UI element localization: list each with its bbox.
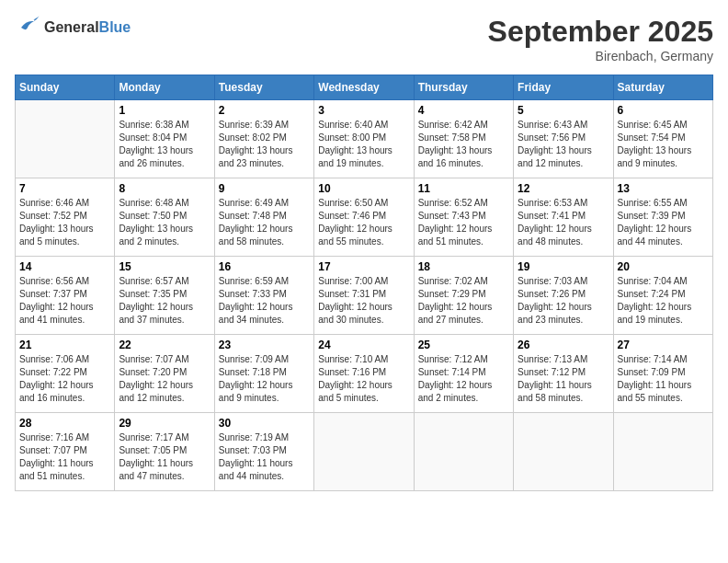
calendar-cell: 16Sunrise: 6:59 AM Sunset: 7:33 PM Dayli… — [214, 257, 313, 335]
day-info: Sunrise: 6:50 AM Sunset: 7:46 PM Dayligh… — [318, 197, 409, 248]
calendar-cell: 10Sunrise: 6:50 AM Sunset: 7:46 PM Dayli… — [314, 178, 414, 257]
calendar-cell: 22Sunrise: 7:07 AM Sunset: 7:20 PM Dayli… — [115, 335, 214, 413]
day-info: Sunrise: 6:49 AM Sunset: 7:48 PM Dayligh… — [219, 197, 310, 248]
day-number: 14 — [19, 260, 110, 273]
calendar-cell: 4Sunrise: 6:42 AM Sunset: 7:58 PM Daylig… — [414, 100, 513, 178]
day-number: 6 — [618, 104, 709, 117]
calendar-cell: 28Sunrise: 7:16 AM Sunset: 7:07 PM Dayli… — [16, 413, 115, 491]
day-info: Sunrise: 6:53 AM Sunset: 7:41 PM Dayligh… — [518, 197, 609, 248]
calendar-cell: 2Sunrise: 6:39 AM Sunset: 8:02 PM Daylig… — [214, 100, 313, 178]
day-info: Sunrise: 7:17 AM Sunset: 7:05 PM Dayligh… — [119, 431, 210, 483]
day-info: Sunrise: 7:09 AM Sunset: 7:18 PM Dayligh… — [219, 353, 310, 405]
day-info: Sunrise: 6:48 AM Sunset: 7:50 PM Dayligh… — [119, 197, 210, 248]
calendar-cell: 11Sunrise: 6:52 AM Sunset: 7:43 PM Dayli… — [414, 178, 513, 257]
calendar-cell: 15Sunrise: 6:57 AM Sunset: 7:35 PM Dayli… — [115, 257, 214, 335]
day-number: 12 — [518, 182, 609, 195]
calendar-cell: 20Sunrise: 7:04 AM Sunset: 7:24 PM Dayli… — [613, 257, 712, 335]
calendar-cell: 13Sunrise: 6:55 AM Sunset: 7:39 PM Dayli… — [613, 178, 712, 257]
calendar-cell — [414, 413, 513, 491]
day-number: 24 — [318, 339, 409, 351]
month-title: September 2025 — [488, 15, 713, 49]
day-info: Sunrise: 7:13 AM Sunset: 7:12 PM Dayligh… — [518, 353, 609, 405]
calendar-cell: 27Sunrise: 7:14 AM Sunset: 7:09 PM Dayli… — [613, 335, 712, 413]
day-info: Sunrise: 7:14 AM Sunset: 7:09 PM Dayligh… — [618, 353, 709, 405]
day-number: 25 — [418, 339, 509, 351]
day-number: 21 — [19, 339, 110, 351]
day-info: Sunrise: 7:16 AM Sunset: 7:07 PM Dayligh… — [19, 431, 110, 483]
calendar-cell: 19Sunrise: 7:03 AM Sunset: 7:26 PM Dayli… — [514, 257, 613, 335]
calendar-table: SundayMondayTuesdayWednesdayThursdayFrid… — [15, 75, 713, 491]
day-info: Sunrise: 6:46 AM Sunset: 7:52 PM Dayligh… — [19, 197, 110, 248]
day-info: Sunrise: 6:52 AM Sunset: 7:43 PM Dayligh… — [418, 197, 509, 248]
day-info: Sunrise: 7:07 AM Sunset: 7:20 PM Dayligh… — [119, 353, 210, 405]
day-number: 16 — [219, 260, 310, 273]
week-row-2: 7Sunrise: 6:46 AM Sunset: 7:52 PM Daylig… — [16, 178, 713, 257]
day-number: 5 — [518, 104, 609, 117]
calendar-cell: 23Sunrise: 7:09 AM Sunset: 7:18 PM Dayli… — [214, 335, 313, 413]
calendar-cell: 21Sunrise: 7:06 AM Sunset: 7:22 PM Dayli… — [16, 335, 115, 413]
day-number: 9 — [219, 182, 310, 195]
day-number: 20 — [618, 260, 709, 273]
logo-icon — [15, 15, 40, 40]
day-info: Sunrise: 7:19 AM Sunset: 7:03 PM Dayligh… — [219, 431, 310, 483]
calendar-cell: 1Sunrise: 6:38 AM Sunset: 8:04 PM Daylig… — [115, 100, 214, 178]
day-number: 27 — [618, 339, 709, 351]
day-number: 23 — [219, 339, 310, 351]
title-area: September 2025 Birenbach, Germany — [488, 15, 713, 63]
calendar-cell — [16, 100, 115, 178]
day-info: Sunrise: 6:40 AM Sunset: 8:00 PM Dayligh… — [318, 119, 409, 170]
day-number: 19 — [518, 260, 609, 273]
calendar-cell: 8Sunrise: 6:48 AM Sunset: 7:50 PM Daylig… — [115, 178, 214, 257]
day-info: Sunrise: 6:56 AM Sunset: 7:37 PM Dayligh… — [19, 275, 110, 327]
day-number: 22 — [119, 339, 210, 351]
day-info: Sunrise: 6:38 AM Sunset: 8:04 PM Dayligh… — [119, 119, 210, 170]
calendar-cell: 3Sunrise: 6:40 AM Sunset: 8:00 PM Daylig… — [314, 100, 414, 178]
day-header-tuesday: Tuesday — [214, 75, 313, 100]
day-info: Sunrise: 6:57 AM Sunset: 7:35 PM Dayligh… — [119, 275, 210, 327]
calendar-cell: 7Sunrise: 6:46 AM Sunset: 7:52 PM Daylig… — [16, 178, 115, 257]
day-info: Sunrise: 7:03 AM Sunset: 7:26 PM Dayligh… — [518, 275, 609, 327]
week-row-4: 21Sunrise: 7:06 AM Sunset: 7:22 PM Dayli… — [16, 335, 713, 413]
week-row-1: 1Sunrise: 6:38 AM Sunset: 8:04 PM Daylig… — [16, 100, 713, 178]
day-number: 10 — [318, 182, 409, 195]
day-header-saturday: Saturday — [613, 75, 712, 100]
day-info: Sunrise: 6:42 AM Sunset: 7:58 PM Dayligh… — [418, 119, 509, 170]
day-info: Sunrise: 6:43 AM Sunset: 7:56 PM Dayligh… — [518, 119, 609, 170]
header: GeneralBlue September 2025 Birenbach, Ge… — [15, 15, 713, 63]
day-number: 29 — [119, 417, 210, 430]
week-row-5: 28Sunrise: 7:16 AM Sunset: 7:07 PM Dayli… — [16, 413, 713, 491]
day-number: 15 — [119, 260, 210, 273]
day-number: 11 — [418, 182, 509, 195]
day-number: 3 — [318, 104, 409, 117]
day-number: 28 — [19, 417, 110, 430]
calendar-cell: 6Sunrise: 6:45 AM Sunset: 7:54 PM Daylig… — [613, 100, 712, 178]
calendar-cell: 17Sunrise: 7:00 AM Sunset: 7:31 PM Dayli… — [314, 257, 414, 335]
day-number: 30 — [219, 417, 310, 430]
day-info: Sunrise: 6:55 AM Sunset: 7:39 PM Dayligh… — [618, 197, 709, 248]
calendar-cell — [314, 413, 414, 491]
week-row-3: 14Sunrise: 6:56 AM Sunset: 7:37 PM Dayli… — [16, 257, 713, 335]
day-header-sunday: Sunday — [16, 75, 115, 100]
day-number: 18 — [418, 260, 509, 273]
calendar-cell: 12Sunrise: 6:53 AM Sunset: 7:41 PM Dayli… — [514, 178, 613, 257]
logo: GeneralBlue — [15, 15, 131, 40]
calendar-cell: 26Sunrise: 7:13 AM Sunset: 7:12 PM Dayli… — [514, 335, 613, 413]
day-number: 26 — [518, 339, 609, 351]
calendar-cell: 9Sunrise: 6:49 AM Sunset: 7:48 PM Daylig… — [214, 178, 313, 257]
day-info: Sunrise: 7:12 AM Sunset: 7:14 PM Dayligh… — [418, 353, 509, 405]
day-info: Sunrise: 7:04 AM Sunset: 7:24 PM Dayligh… — [618, 275, 709, 327]
day-info: Sunrise: 6:39 AM Sunset: 8:02 PM Dayligh… — [219, 119, 310, 170]
day-number: 8 — [119, 182, 210, 195]
day-header-wednesday: Wednesday — [314, 75, 414, 100]
day-number: 4 — [418, 104, 509, 117]
calendar-cell: 5Sunrise: 6:43 AM Sunset: 7:56 PM Daylig… — [514, 100, 613, 178]
day-number: 7 — [19, 182, 110, 195]
calendar-cell: 24Sunrise: 7:10 AM Sunset: 7:16 PM Dayli… — [314, 335, 414, 413]
day-number: 2 — [219, 104, 310, 117]
subtitle: Birenbach, Germany — [488, 49, 713, 63]
calendar-cell: 25Sunrise: 7:12 AM Sunset: 7:14 PM Dayli… — [414, 335, 513, 413]
calendar-cell: 29Sunrise: 7:17 AM Sunset: 7:05 PM Dayli… — [115, 413, 214, 491]
day-header-friday: Friday — [514, 75, 613, 100]
calendar-cell: 14Sunrise: 6:56 AM Sunset: 7:37 PM Dayli… — [16, 257, 115, 335]
day-info: Sunrise: 6:59 AM Sunset: 7:33 PM Dayligh… — [219, 275, 310, 327]
